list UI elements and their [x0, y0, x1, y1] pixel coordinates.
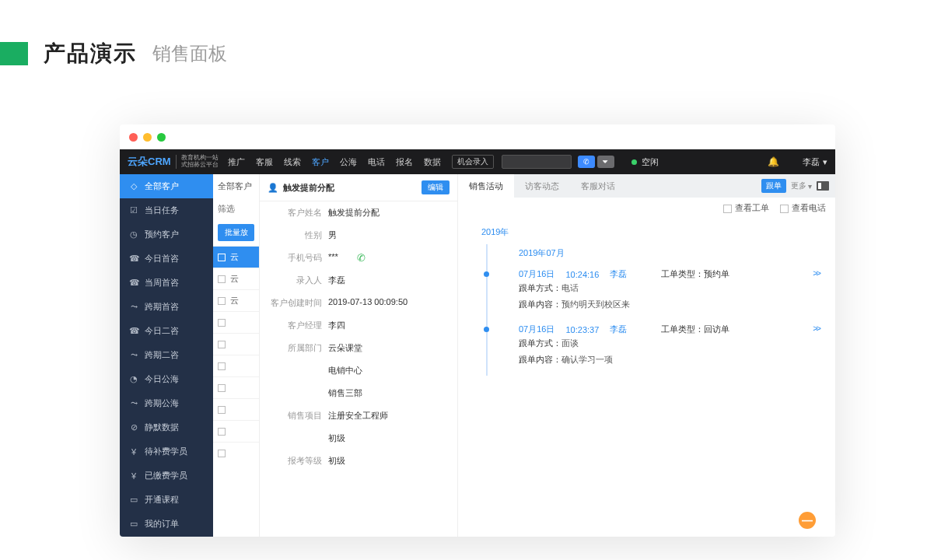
detail-field: 电销中心 — [260, 359, 457, 382]
row-checkbox[interactable] — [218, 319, 226, 327]
sidebar-item-label: 我的订单 — [145, 518, 179, 530]
expand-icon[interactable]: >> — [813, 268, 820, 278]
sidebar-item-label: 静默数据 — [145, 422, 179, 433]
close-icon[interactable] — [129, 133, 138, 142]
row-checkbox[interactable] — [218, 384, 226, 392]
filter-row[interactable]: 筛选 — [213, 198, 259, 219]
nav-item[interactable]: 推广 — [228, 156, 245, 168]
sidebar-icon: ⊘ — [129, 422, 138, 432]
edit-button[interactable]: 编辑 — [422, 180, 450, 194]
row-checkbox[interactable] — [218, 428, 226, 436]
opportunity-entry-button[interactable]: 机会录入 — [452, 155, 494, 169]
nav-item[interactable]: 电话 — [368, 156, 385, 168]
app-window: 云朵CRM 教育机构一站式招募云平台 推广客服线索客户公海电话报名数据 机会录入… — [120, 124, 835, 537]
view-call-checkbox[interactable]: 查看电话 — [780, 202, 826, 214]
sidebar-item[interactable]: ¥已缴费学员 — [120, 464, 213, 488]
logo-subtitle: 教育机构一站式招募云平台 — [176, 155, 219, 169]
user-menu[interactable]: 李磊 ▾ — [803, 156, 827, 168]
sidebar-item[interactable]: ☎当周首咨 — [120, 271, 213, 295]
fab-button[interactable]: — — [799, 512, 816, 529]
sidebar-item-label: 当日任务 — [145, 205, 179, 216]
row-checkbox[interactable] — [218, 450, 226, 457]
field-value: 初级 — [328, 432, 345, 444]
follow-tag[interactable]: 跟单 — [761, 179, 786, 193]
detail-field: 性别男 — [260, 224, 457, 247]
detail-field: 手机号码***✆ — [260, 247, 457, 269]
sidebar-icon: ▭ — [129, 519, 138, 529]
sidebar-item[interactable]: ☑当日任务 — [120, 198, 213, 222]
sidebar-item[interactable]: ◔今日公海 — [120, 367, 213, 391]
sidebar-item[interactable]: ◇全部客户 — [120, 174, 213, 198]
timeline: 2019年 2019年07月 07月16日10:24:16李磊工单类型：预约单跟… — [458, 219, 835, 380]
hangup-icon[interactable]: ⏷ — [597, 156, 614, 168]
field-label — [268, 432, 322, 444]
bell-icon[interactable]: 🔔 — [768, 156, 779, 167]
sidebar-item[interactable]: ⤳跨期二咨 — [120, 343, 213, 367]
sidebar-item-label: 今日首咨 — [145, 253, 179, 264]
timeline-entry: 07月16日10:23:37李磊工单类型：回访单跟单方式：面谈跟单内容：确认学习… — [486, 320, 820, 376]
table-row[interactable] — [213, 420, 259, 442]
row-checkbox[interactable] — [218, 362, 226, 370]
layout-icon[interactable] — [817, 181, 829, 191]
field-value: 电销中心 — [328, 365, 362, 376]
sidebar-item[interactable]: ◷预约客户 — [120, 222, 213, 247]
sidebar-item-label: 全部客户 — [145, 180, 179, 192]
sidebar-item[interactable]: ☎今日首咨 — [120, 247, 213, 271]
field-value: 2019-07-13 00:09:50 — [328, 297, 408, 309]
search-input[interactable] — [502, 155, 572, 169]
row-checkbox[interactable] — [218, 254, 226, 261]
sidebar-item[interactable]: ▭开通课程 — [120, 488, 213, 512]
nav-item[interactable]: 线索 — [284, 156, 301, 168]
sidebar-icon: ☑ — [129, 205, 138, 215]
field-label — [268, 365, 322, 376]
sidebar-item-label: 当周首咨 — [145, 277, 179, 289]
nav-item[interactable]: 公海 — [340, 156, 357, 168]
bulk-action-button[interactable]: 批量放 — [218, 224, 254, 241]
table-row[interactable]: 云 — [213, 268, 259, 289]
detail-field: 客户姓名触发提前分配 — [260, 201, 457, 224]
phone-icon[interactable]: ✆ — [357, 252, 366, 264]
more-dropdown[interactable]: 更多 ▾ — [791, 180, 812, 191]
field-label: 销售项目 — [268, 410, 322, 422]
sidebar-item[interactable]: ⤳跨期公海 — [120, 391, 213, 415]
sidebar-item[interactable]: ⤳跨期首咨 — [120, 295, 213, 319]
table-row[interactable] — [213, 398, 259, 420]
row-checkbox[interactable] — [218, 406, 226, 414]
sidebar-item[interactable]: ▭我的订单 — [120, 512, 213, 536]
activity-tab[interactable]: 访客动态 — [514, 174, 570, 198]
table-row[interactable] — [213, 311, 259, 333]
view-workorder-checkbox[interactable]: 查看工单 — [723, 202, 769, 214]
maximize-icon[interactable] — [157, 133, 166, 142]
minimize-icon[interactable] — [143, 133, 152, 142]
nav-item[interactable]: 客服 — [256, 156, 273, 168]
nav-item[interactable]: 数据 — [424, 156, 441, 168]
sidebar-item[interactable]: ¥待补费学员 — [120, 439, 213, 464]
row-checkbox[interactable] — [218, 275, 226, 283]
nav-item[interactable]: 客户 — [312, 156, 329, 168]
detail-field: 销售三部 — [260, 382, 457, 404]
detail-header: 👤 触发提前分配 编辑 — [260, 174, 457, 201]
nav-item[interactable]: 报名 — [396, 156, 413, 168]
call-buttons: ✆ ⏷ — [578, 156, 614, 168]
sidebar-icon: ¥ — [129, 447, 138, 457]
table-row[interactable] — [213, 355, 259, 376]
agent-status[interactable]: 空闲 — [631, 156, 659, 168]
row-checkbox[interactable] — [218, 297, 226, 305]
activity-tab[interactable]: 客服对话 — [570, 174, 626, 198]
row-checkbox[interactable] — [218, 341, 226, 348]
call-icon[interactable]: ✆ — [578, 156, 595, 168]
entry-header: 07月16日10:24:16李磊工单类型：预约单 — [519, 268, 820, 280]
activity-tab[interactable]: 销售活动 — [458, 174, 514, 198]
table-row[interactable] — [213, 442, 259, 464]
field-value: *** — [328, 252, 338, 264]
table-row[interactable] — [213, 376, 259, 398]
expand-icon[interactable]: >> — [813, 324, 820, 333]
field-label: 性别 — [268, 229, 322, 241]
table-row[interactable]: 云 — [213, 289, 259, 311]
table-row[interactable]: 云 — [213, 246, 259, 268]
sidebar-icon: ☎ — [129, 278, 138, 288]
sidebar-item[interactable]: ⊘静默数据 — [120, 415, 213, 439]
sidebar-icon: ☎ — [129, 326, 138, 336]
sidebar-item[interactable]: ☎今日二咨 — [120, 319, 213, 343]
table-row[interactable] — [213, 333, 259, 355]
